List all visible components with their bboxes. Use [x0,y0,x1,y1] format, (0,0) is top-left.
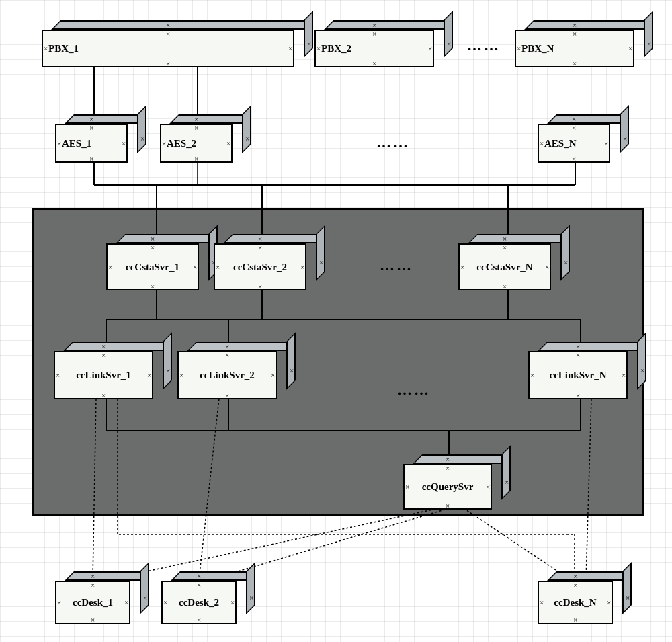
label: AES_N [544,138,577,149]
ellipsis-link: …… [397,381,431,399]
label: ccCstaSvr_N [476,262,532,273]
label: ccCstaSvr_1 [126,262,179,273]
label: ccLinkSvr_1 [76,370,131,381]
ellipsis-csta: …… [380,257,413,274]
label: ccCstaSvr_2 [233,262,287,273]
label: ccLinkSvr_2 [200,370,255,381]
ellipsis-pbx: …… [467,37,501,54]
label: ccDesk_N [554,597,596,608]
label: PBX_1 [48,43,79,54]
svg-line-24 [110,508,439,579]
label: ccLinkSvr_N [549,370,606,381]
label: AES_1 [62,138,91,149]
ellipsis-aes: …… [376,134,410,151]
svg-line-26 [464,508,570,579]
label: ccDesk_1 [73,597,113,608]
label: PBX_N [521,43,554,54]
label: PBX_2 [321,43,351,54]
label: ccDesk_2 [179,597,219,608]
svg-line-25 [211,508,449,579]
label: AES_2 [167,138,196,149]
diagram-canvas: PBX_1 × × × × × × PBX_2 × × × × × × …… P… [0,0,672,642]
label: ccQuerySvr [422,481,474,493]
